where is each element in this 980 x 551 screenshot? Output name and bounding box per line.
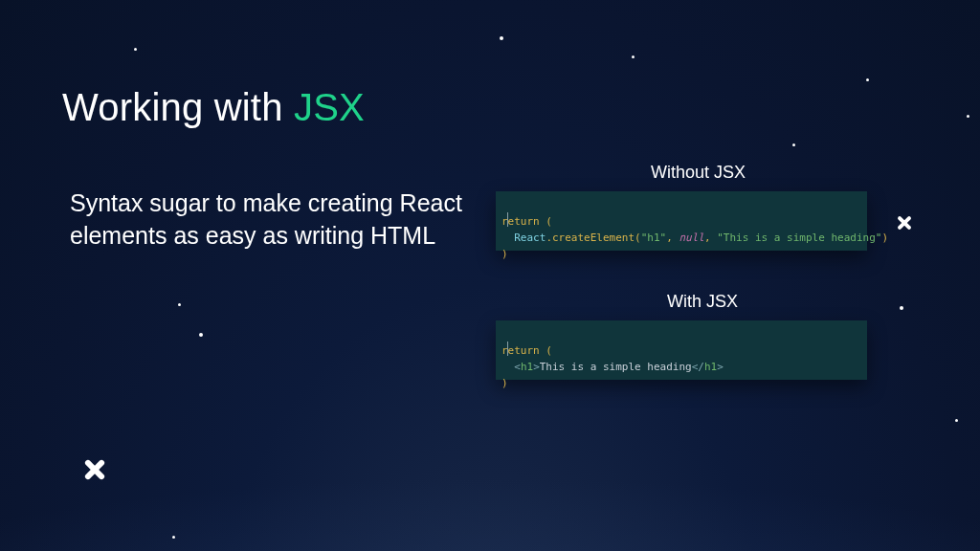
code-token: > (533, 361, 540, 373)
code-token: ) (501, 377, 508, 389)
horizon-glow (0, 379, 980, 551)
code-token: ) (501, 248, 508, 260)
code-token: < (514, 361, 521, 373)
code-block-with-jsx: return ( <h1>This is a simple heading</h… (496, 320, 867, 380)
code-token: ( (635, 231, 641, 244)
slide-subtitle: Syntax sugar to make creating React elem… (70, 187, 472, 253)
star-icon (792, 143, 795, 146)
cursor-indicator-icon (507, 342, 508, 356)
star-icon (900, 306, 903, 310)
star-icon (172, 536, 175, 539)
code-token: ( (540, 344, 552, 357)
code-token: ( (540, 215, 552, 228)
code-token: . (546, 231, 552, 244)
code-token (501, 361, 514, 373)
code-token: createElement (552, 231, 635, 244)
title-prefix: Working with (62, 86, 294, 128)
star-icon (199, 333, 203, 337)
label-with-jsx: With JSX (667, 292, 738, 312)
slide-title: Working with JSX (62, 86, 365, 129)
title-accent: JSX (294, 86, 365, 128)
sparkle-icon (82, 457, 107, 482)
star-icon (866, 78, 869, 81)
slide: Working with JSX Syntax sugar to make cr… (0, 0, 980, 551)
star-icon (134, 48, 137, 51)
star-icon (500, 36, 503, 40)
code-token: > (717, 361, 724, 373)
code-token: "This is a simple heading" (717, 231, 881, 244)
code-token: </ (692, 361, 704, 373)
label-without-jsx: Without JSX (651, 163, 746, 183)
code-token: h1 (704, 361, 717, 373)
code-token: React (514, 231, 546, 244)
code-token: , (704, 231, 717, 244)
code-token: , (666, 231, 679, 244)
star-icon (967, 115, 969, 118)
code-token: null (679, 231, 704, 244)
code-token: This is a simple heading (540, 361, 692, 373)
star-icon (632, 55, 635, 58)
code-block-without-jsx: return ( React.createElement("h1", null,… (496, 191, 867, 251)
code-token: "h1" (641, 231, 667, 244)
code-token: h1 (521, 361, 533, 373)
cursor-indicator-icon (507, 212, 508, 227)
star-icon (178, 303, 181, 306)
star-icon (955, 419, 958, 422)
code-token (501, 231, 514, 244)
code-token: ) (881, 231, 888, 244)
sparkle-icon (896, 214, 913, 231)
